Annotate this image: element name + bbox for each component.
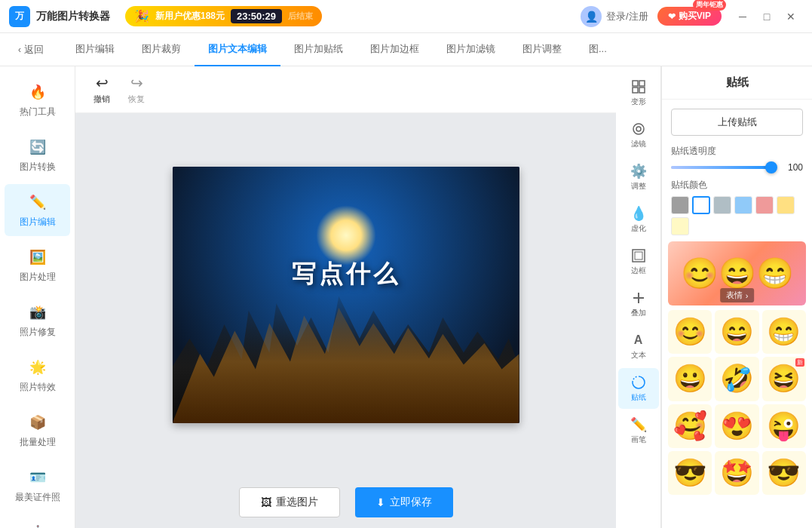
sticker-cell-8[interactable]: 😍: [715, 404, 758, 448]
sticker-cell-6[interactable]: 😆 新: [762, 357, 806, 401]
canvas-image[interactable]: 写点什么: [173, 167, 519, 423]
color-swatch-pink[interactable]: [755, 196, 774, 214]
tool-sticker[interactable]: 贴纸: [618, 368, 659, 409]
sidebar-item-hot[interactable]: 🔥 热门工具: [5, 74, 70, 126]
upload-sticker-button[interactable]: 上传贴纸: [671, 109, 803, 136]
opacity-label: 贴纸透明度: [671, 145, 803, 158]
redo-button[interactable]: ↪ 恢复: [122, 71, 151, 108]
maximize-button[interactable]: □: [755, 6, 779, 27]
canvas-wrapper: 写点什么: [158, 113, 535, 477]
sticker-section: 😊😄😁 表情 › 😊 😄 😁 😀 🤣 😆 新: [662, 241, 812, 528]
tab-image-text[interactable]: 图片文本编辑: [195, 33, 280, 66]
vip-badge: 周年钜惠: [693, 0, 726, 11]
tab-image-edit[interactable]: 图片编辑: [62, 33, 128, 66]
sidebar-item-convert[interactable]: 🔄 图片转换: [5, 129, 70, 181]
sticker-cell-3[interactable]: 😁: [762, 310, 806, 354]
tab-image-crop[interactable]: 图片裁剪: [128, 33, 195, 66]
filter-icon: [630, 121, 647, 137]
tool-text[interactable]: A 文本: [618, 326, 659, 367]
minimize-button[interactable]: ─: [731, 6, 755, 27]
tab-more[interactable]: 图...: [575, 33, 620, 66]
sticker-cell-4[interactable]: 😀: [668, 357, 712, 401]
sidebar-label-id-photo: 最美证件照: [15, 491, 60, 504]
back-button[interactable]: ‹ 返回: [12, 40, 50, 60]
sticker-cell-12[interactable]: 😎: [762, 451, 806, 495]
sidebar-item-process[interactable]: 🖼️ 图片处理: [5, 239, 70, 291]
tab-sticker[interactable]: 图片加贴纸: [280, 33, 357, 66]
sidebar-item-ai-draw[interactable]: 🤖 AI绘画: [5, 514, 70, 528]
panel-header: 贴纸: [662, 66, 812, 100]
opacity-row: 100: [671, 162, 803, 173]
opacity-slider[interactable]: [671, 166, 776, 169]
overlay-icon: [630, 290, 647, 306]
sticker-cell-11[interactable]: 🤩: [715, 451, 758, 495]
ai-draw-icon: 🤖: [27, 522, 48, 528]
color-swatch-gray[interactable]: [671, 196, 689, 214]
undo-icon: ↩: [96, 74, 109, 92]
transform-label: 变形: [631, 97, 646, 107]
redo-icon: ↪: [130, 74, 143, 92]
svg-rect-7: [635, 252, 642, 259]
canvas-text[interactable]: 写点什么: [292, 258, 400, 291]
tab-filter[interactable]: 图片加滤镜: [433, 33, 509, 66]
sticker-cell-10[interactable]: 😎: [668, 451, 712, 495]
tab-border[interactable]: 图片加边框: [357, 33, 433, 66]
sticker-label: 贴纸: [631, 392, 646, 403]
sidebar-item-batch[interactable]: 📦 批量处理: [5, 404, 70, 456]
blur-icon: 💧: [630, 205, 647, 222]
frame-icon: [630, 247, 647, 264]
sidebar-item-effect[interactable]: 🌟 照片特效: [5, 349, 70, 401]
tool-adjust[interactable]: ⚙️ 调整: [618, 157, 659, 198]
color-swatch-amber[interactable]: [777, 196, 795, 214]
login-button[interactable]: 👤 登录/注册: [581, 6, 648, 27]
promo-banner[interactable]: 🎉 新用户优惠188元 23:50:29 后结束: [125, 6, 322, 26]
sticker-cell-1[interactable]: 😊: [668, 310, 712, 354]
right-panel: 贴纸 上传贴纸 贴纸透明度 100 贴纸颜色: [661, 66, 812, 528]
color-swatch-yellow[interactable]: [671, 217, 689, 235]
tab-adjust[interactable]: 图片调整: [509, 33, 575, 66]
vip-heart: ❤: [668, 11, 676, 22]
tool-blur[interactable]: 💧 虚化: [618, 199, 659, 240]
tool-filter[interactable]: 滤镜: [618, 115, 659, 155]
sticker-cell-2[interactable]: 😄: [715, 310, 758, 354]
undo-button[interactable]: ↩ 撤销: [87, 71, 116, 108]
color-label: 贴纸颜色: [671, 179, 803, 192]
color-swatch-bluegray[interactable]: [713, 196, 731, 214]
svg-point-4: [633, 124, 644, 134]
tool-transform[interactable]: 变形: [618, 72, 659, 113]
tool-overlay[interactable]: 叠加: [618, 284, 659, 324]
sticker-featured[interactable]: 😊😄😁 表情 ›: [668, 241, 806, 305]
save-button[interactable]: ⬇ 立即保存: [355, 487, 453, 517]
color-swatches: [671, 196, 803, 235]
vip-label: 购买VIP: [679, 10, 711, 23]
close-button[interactable]: ✕: [779, 6, 803, 27]
content-row: ↩ 撤销 ↪ 恢复 写点什么: [75, 66, 812, 528]
sidebar-item-id-photo[interactable]: 🪪 最美证件照: [5, 459, 70, 511]
login-label: 登录/注册: [606, 10, 648, 23]
opacity-thumb[interactable]: [765, 161, 777, 173]
undo-redo-bar: ↩ 撤销 ↪ 恢复: [75, 66, 616, 113]
sticker-cell-9[interactable]: 😜: [762, 404, 806, 448]
sidebar-label-process: 图片处理: [20, 271, 56, 284]
sidebar-item-repair[interactable]: 📸 照片修复: [5, 294, 70, 346]
reselect-button[interactable]: 🖼 重选图片: [239, 487, 340, 517]
sidebar-label-edit: 图片编辑: [20, 216, 56, 229]
back-icon: ‹: [18, 45, 21, 55]
adjust-label: 调整: [631, 181, 646, 192]
sticker-cell-7[interactable]: 🥰: [668, 404, 712, 448]
color-swatch-lightblue[interactable]: [734, 196, 752, 214]
promo-icon: 🎉: [134, 9, 149, 23]
svg-point-5: [636, 127, 641, 131]
tool-brush[interactable]: ✏️ 画笔: [618, 410, 659, 451]
svg-rect-6: [633, 250, 645, 262]
win-controls: ─ □ ✕: [731, 6, 803, 27]
color-swatch-white[interactable]: [692, 196, 710, 214]
transform-icon: [630, 78, 647, 95]
convert-icon: 🔄: [27, 137, 48, 158]
id-photo-icon: 🪪: [27, 467, 48, 488]
svg-rect-2: [633, 87, 638, 93]
tool-frame[interactable]: 边框: [618, 241, 659, 282]
sidebar-item-edit[interactable]: ✏️ 图片编辑: [5, 184, 70, 236]
sticker-cell-5[interactable]: 🤣: [715, 357, 758, 401]
vip-button[interactable]: 周年钜惠 ❤ 购买VIP: [657, 7, 722, 26]
